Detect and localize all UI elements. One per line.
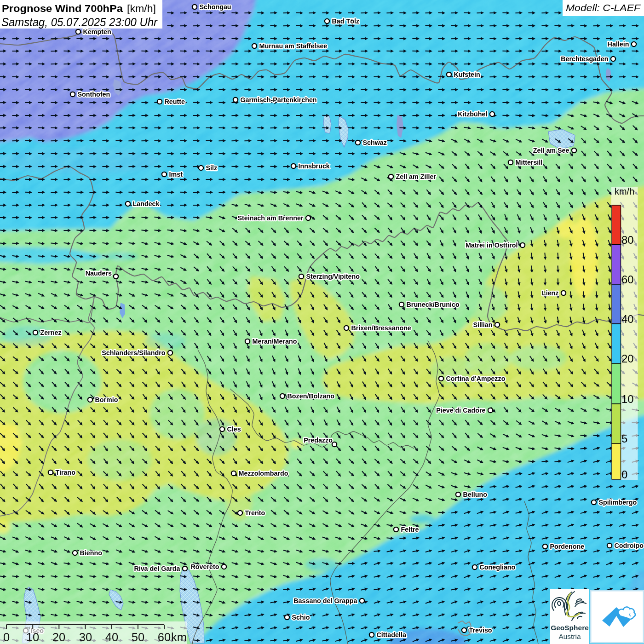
svg-text:30: 30 (79, 631, 92, 644)
svg-text:Samstag, 05.07.2025 23:00 Uhr: Samstag, 05.07.2025 23:00 Uhr (1, 15, 158, 29)
svg-text:60: 60 (158, 631, 171, 644)
svg-text:Schongau: Schongau (200, 3, 231, 11)
svg-text:Modell: C-LAEF: Modell: C-LAEF (566, 2, 641, 13)
svg-text:Brixen/Bressanone: Brixen/Bressanone (351, 324, 411, 332)
svg-text:Prognose Wind 700hPa: Prognose Wind 700hPa (2, 3, 123, 14)
svg-text:Silz: Silz (206, 164, 218, 172)
svg-text:Sillian: Sillian (473, 321, 492, 328)
svg-text:20: 20 (621, 352, 634, 365)
svg-text:Bruneck/Brunico: Bruneck/Brunico (407, 301, 460, 308)
svg-text:Meran/Merano: Meran/Merano (253, 338, 297, 345)
svg-text:50: 50 (132, 631, 144, 644)
svg-text:Cles: Cles (227, 426, 241, 433)
svg-text:Tirano: Tirano (56, 469, 76, 476)
svg-text:Schio: Schio (292, 614, 310, 621)
svg-text:Kufstein: Kufstein (454, 71, 480, 78)
svg-text:Kitzbühel: Kitzbühel (458, 110, 487, 118)
svg-text:Hallein: Hallein (608, 40, 629, 48)
svg-text:km: km (171, 631, 187, 644)
svg-text:Feltre: Feltre (401, 526, 419, 533)
svg-text:Lienz: Lienz (542, 289, 559, 297)
svg-text:0: 0 (621, 468, 627, 481)
svg-text:Steinach am Brenner: Steinach am Brenner (237, 214, 303, 222)
svg-text:Innsbruck: Innsbruck (299, 162, 330, 170)
svg-text:Sterzing/Vipiteno: Sterzing/Vipiteno (306, 273, 360, 280)
svg-text:10: 10 (26, 631, 39, 644)
svg-text:Pordenone: Pordenone (550, 543, 585, 550)
svg-text:Treviso: Treviso (469, 627, 492, 634)
svg-text:km/h: km/h (615, 186, 634, 196)
svg-text:Trento: Trento (245, 509, 265, 517)
svg-text:Bad Tölz: Bad Tölz (332, 17, 360, 25)
svg-text:Bormio: Bormio (95, 396, 118, 403)
svg-text:40: 40 (621, 313, 634, 325)
svg-text:Murnau am Staffelsee: Murnau am Staffelsee (259, 42, 328, 50)
svg-text:Zell am Ziller: Zell am Ziller (396, 173, 437, 180)
svg-text:Bienno: Bienno (80, 549, 103, 557)
svg-text:Kempten: Kempten (83, 28, 111, 35)
svg-text:Belluno: Belluno (463, 491, 488, 498)
svg-text:Cortina d'Ampezzo: Cortina d'Ampezzo (446, 375, 506, 382)
svg-text:Imst: Imst (169, 171, 183, 178)
svg-text:10: 10 (621, 393, 634, 405)
svg-text:Predazzo: Predazzo (304, 437, 333, 444)
svg-text:Berchtesgaden: Berchtesgaden (561, 55, 608, 63)
svg-text:Austria: Austria (558, 632, 581, 640)
svg-text:Bassano del Grappa: Bassano del Grappa (293, 597, 357, 604)
svg-text:Rovereto: Rovereto (191, 563, 219, 570)
svg-text:Zell am See: Zell am See (533, 147, 569, 154)
svg-text:Mezzolombardo: Mezzolombardo (239, 470, 288, 477)
svg-text:Codroipo: Codroipo (615, 542, 644, 549)
svg-text:0: 0 (3, 631, 10, 644)
svg-text:Reutte: Reutte (165, 98, 185, 105)
svg-text:[km/h]: [km/h] (127, 3, 156, 14)
svg-text:40: 40 (105, 631, 118, 644)
svg-text:Sonthofen: Sonthofen (78, 91, 110, 98)
svg-text:Schwaz: Schwaz (363, 139, 387, 146)
svg-text:Pieve di Cadore: Pieve di Cadore (436, 407, 485, 414)
svg-text:Garmisch-Partenkirchen: Garmisch-Partenkirchen (241, 96, 317, 104)
svg-text:Nauders: Nauders (86, 270, 112, 277)
svg-text:GeoSphere: GeoSphere (551, 624, 589, 632)
svg-text:Schlanders/Silandro: Schlanders/Silandro (102, 349, 166, 356)
svg-text:Conegliano: Conegliano (480, 564, 516, 571)
svg-text:60: 60 (621, 273, 634, 286)
svg-text:Mittersill: Mittersill (516, 159, 543, 166)
svg-text:Zernez: Zernez (40, 329, 62, 336)
svg-text:Spilimbergo: Spilimbergo (599, 499, 637, 506)
svg-text:5: 5 (621, 432, 627, 445)
svg-text:Landeck: Landeck (133, 200, 160, 207)
svg-text:80: 80 (621, 234, 634, 246)
svg-text:20: 20 (52, 631, 65, 644)
svg-text:Cittadella: Cittadella (377, 631, 407, 638)
svg-text:Riva del Garda: Riva del Garda (134, 565, 180, 572)
svg-text:Matrei in Osttirol: Matrei in Osttirol (466, 242, 518, 249)
svg-text:Bozen/Bolzano: Bozen/Bolzano (288, 392, 335, 400)
